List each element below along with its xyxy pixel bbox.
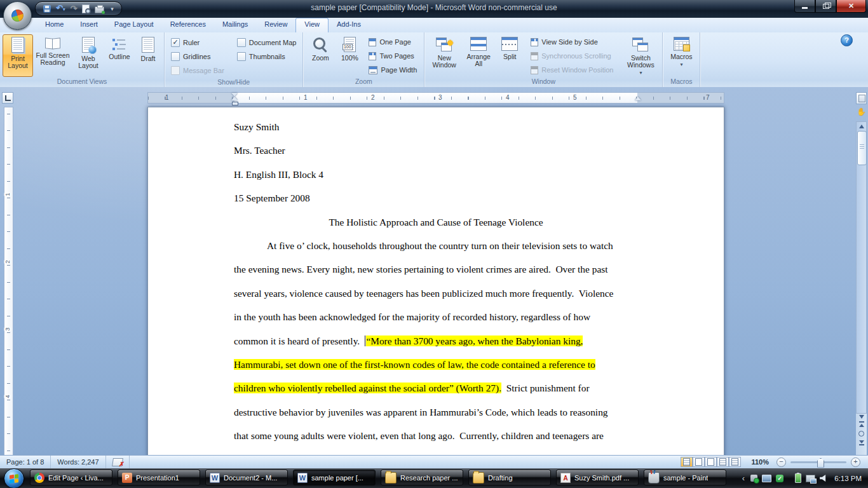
- ruler-checkbox[interactable]: Ruler: [171, 36, 224, 50]
- zoom-100-button[interactable]: 100%: [335, 34, 364, 77]
- minimize-button[interactable]: [794, 0, 815, 13]
- tab-stop-selector[interactable]: [2, 92, 13, 104]
- zoom-button[interactable]: Zoom: [306, 34, 335, 77]
- tab-mailings[interactable]: Mailings: [214, 18, 256, 32]
- print-layout-view-button[interactable]: [681, 457, 693, 467]
- draft-view-button[interactable]: [729, 457, 741, 467]
- web-layout-button[interactable]: Web Layout: [72, 34, 104, 77]
- zoom-out-button[interactable]: −: [776, 458, 786, 467]
- tab-review[interactable]: Review: [256, 18, 295, 32]
- taskbar-item-document2[interactable]: Document2 - M...: [205, 470, 288, 485]
- document-page[interactable]: Suzy Smith Mrs. Teacher H. English III, …: [147, 107, 724, 456]
- zoom-level[interactable]: 110%: [751, 458, 769, 466]
- tab-home[interactable]: Home: [37, 18, 72, 32]
- doc-line[interactable]: Mrs. Teacher: [234, 139, 638, 162]
- horizontal-ruler[interactable]: 1 1 2 3 4 5 7: [147, 92, 724, 104]
- start-button[interactable]: [4, 468, 24, 488]
- doc-line[interactable]: that some young adults were violent, eve…: [234, 424, 638, 447]
- next-page-button[interactable]: [859, 440, 864, 444]
- close-button[interactable]: ✕: [836, 0, 866, 13]
- battery-icon[interactable]: [795, 473, 801, 483]
- pan-hand-icon[interactable]: ✋: [857, 107, 866, 116]
- save-icon[interactable]: [43, 5, 51, 13]
- outline-view-button[interactable]: [717, 457, 729, 467]
- doc-line[interactable]: destructive behavior by juveniles was ap…: [234, 400, 638, 424]
- left-indent-marker[interactable]: [232, 102, 238, 105]
- safely-remove-hardware-icon[interactable]: [750, 475, 757, 482]
- split-button[interactable]: Split: [496, 34, 524, 77]
- doc-line[interactable]: in the youth has been acknowledged for t…: [234, 305, 638, 329]
- hidden-icons-chevron-icon[interactable]: ‹: [742, 473, 745, 483]
- web-layout-view-button[interactable]: [705, 457, 717, 467]
- word-count-indicator[interactable]: Words: 2,247: [51, 456, 105, 468]
- taskbar-item-research-folder[interactable]: Research paper ...: [381, 470, 463, 485]
- doc-line[interactable]: Suzy Smith: [234, 115, 638, 139]
- arrange-all-button[interactable]: Arrange All: [461, 34, 496, 77]
- right-indent-marker[interactable]: [635, 97, 641, 100]
- two-pages-button[interactable]: Two Pages: [367, 49, 419, 63]
- taskbar-item-pdf[interactable]: Suzy Smith.pdf ...: [556, 470, 639, 485]
- taskbar-item-sample-paper[interactable]: sample paper [...: [293, 470, 376, 485]
- doc-line[interactable]: children who violently rebelled against …: [234, 376, 638, 400]
- volume-icon[interactable]: [820, 475, 827, 482]
- doc-line[interactable]: At five o’ clock, households throughout …: [234, 234, 638, 257]
- document-map-checkbox[interactable]: Document Map: [237, 36, 297, 50]
- doc-line[interactable]: the evening news. Every night, new stori…: [234, 257, 638, 281]
- scrollbar-thumb[interactable]: [857, 131, 867, 165]
- display-icon[interactable]: [762, 475, 771, 482]
- gridlines-checkbox[interactable]: Gridlines: [171, 50, 224, 64]
- network-icon[interactable]: [806, 475, 815, 482]
- restore-button[interactable]: [815, 0, 836, 13]
- view-side-by-side-button[interactable]: View Side by Side: [529, 35, 615, 49]
- doc-line[interactable]: 15 September 2008: [234, 186, 638, 210]
- antivirus-icon[interactable]: [776, 475, 783, 482]
- previous-page-icon[interactable]: [859, 421, 864, 423]
- page-width-button[interactable]: Page Width: [367, 63, 419, 77]
- tab-page-layout[interactable]: Page Layout: [106, 18, 162, 32]
- tab-add-ins[interactable]: Add-Ins: [329, 18, 369, 32]
- doc-line[interactable]: H. English III, Block 4: [234, 163, 638, 186]
- zoom-in-button[interactable]: +: [851, 458, 860, 467]
- zoom-slider-thumb[interactable]: [817, 458, 824, 468]
- switch-windows-button[interactable]: Switch Windows ▾: [621, 34, 660, 77]
- select-browse-object-button[interactable]: [858, 431, 864, 437]
- print-preview-icon[interactable]: [82, 4, 90, 13]
- full-screen-reading-view-button[interactable]: [693, 457, 705, 467]
- hanging-indent-marker[interactable]: [231, 97, 238, 100]
- next-page-icon[interactable]: [859, 444, 864, 445]
- view-ruler-toggle-button[interactable]: [856, 92, 867, 104]
- customize-toolbar-chevron-icon[interactable]: ▾: [111, 6, 114, 12]
- taskbar-item-presentation[interactable]: Presentation1: [118, 470, 200, 485]
- full-screen-reading-button[interactable]: Full Screen Reading: [33, 34, 72, 77]
- doc-line[interactable]: common it is heard of presently. “More t…: [234, 329, 638, 353]
- doc-title-line[interactable]: The Holistic Approach and Cause of Teena…: [234, 210, 638, 234]
- taskbar-item-drafting-folder[interactable]: Drafting: [468, 470, 551, 485]
- help-button[interactable]: ?: [841, 34, 853, 46]
- taskbar-item-paint[interactable]: sample - Paint: [644, 470, 726, 485]
- zoom-slider-track[interactable]: [790, 461, 846, 463]
- proofing-status[interactable]: [106, 456, 130, 468]
- tab-view[interactable]: View: [295, 18, 329, 32]
- vertical-ruler[interactable]: 1 2 3 4: [4, 107, 13, 456]
- previous-page-button[interactable]: [859, 424, 864, 427]
- scroll-up-arrow[interactable]: [859, 125, 864, 128]
- scroll-down-arrow[interactable]: [859, 415, 864, 419]
- page-number-indicator[interactable]: Page: 1 of 8: [0, 456, 51, 468]
- tab-insert[interactable]: Insert: [72, 18, 106, 32]
- macros-button[interactable]: Macros ▾: [665, 34, 697, 77]
- clock[interactable]: 6:13 PM: [834, 475, 862, 482]
- quick-print-icon[interactable]: [95, 6, 104, 13]
- one-page-button[interactable]: One Page: [367, 35, 419, 49]
- doc-line[interactable]: Hammurabi, set down one of the first-kno…: [234, 353, 638, 376]
- new-window-button[interactable]: New Window: [427, 34, 461, 77]
- undo-icon[interactable]: ↶▾: [56, 4, 65, 13]
- print-layout-button[interactable]: Print Layout: [3, 34, 33, 77]
- doc-line[interactable]: several years, violence caused by teenag…: [234, 281, 638, 305]
- office-button[interactable]: [3, 1, 32, 30]
- outline-button[interactable]: Outline: [104, 34, 135, 77]
- redo-icon[interactable]: ↷: [70, 4, 77, 13]
- thumbnails-checkbox[interactable]: Thumbnails: [237, 50, 297, 64]
- taskbar-item-browser[interactable]: Edit Page ‹ Liva...: [30, 470, 112, 485]
- scrollbar-track[interactable]: [856, 121, 867, 456]
- tab-references[interactable]: References: [162, 18, 214, 32]
